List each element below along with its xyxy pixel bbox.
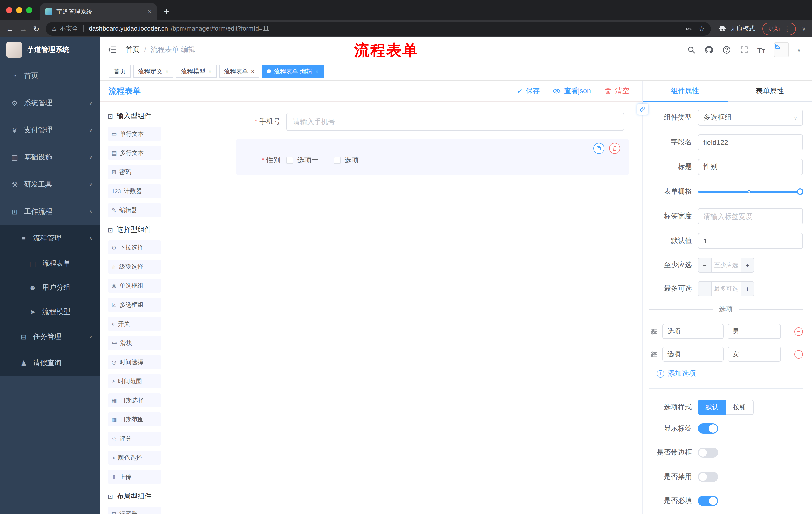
border-toggle[interactable] — [698, 448, 718, 458]
sidebar-item-user-group[interactable]: ☻ 用户分组 — [0, 276, 100, 300]
palette-item-editor[interactable]: ✎编辑器 — [108, 203, 161, 217]
palette-item-select[interactable]: ⊙下拉选择 — [108, 240, 161, 254]
view-json-button[interactable]: 查看json — [553, 86, 591, 96]
tag-process-form-edit-active[interactable]: 流程表单-编辑 × — [262, 65, 324, 78]
field-name-input[interactable] — [698, 134, 803, 151]
palette-item-date-range[interactable]: ▩日期范围 — [108, 412, 161, 427]
tag-close-icon[interactable]: × — [208, 69, 211, 74]
palette-item-multi-text[interactable]: ▤多行文本 — [108, 146, 161, 160]
browser-update-button[interactable]: 更新 ⋮ — [762, 22, 796, 35]
add-option-button[interactable]: + 添加选项 — [657, 369, 803, 378]
increment-button[interactable]: + — [741, 282, 754, 296]
toolbar-overflow-chevron[interactable]: ∨ — [802, 25, 806, 32]
password-key-icon[interactable] — [685, 25, 693, 32]
clear-button[interactable]: 清空 — [604, 86, 629, 96]
option-style-button[interactable]: 按钮 — [726, 400, 754, 415]
address-bar[interactable]: ⚠ 不安全 dashboard.yudao.iocoder.cn /bpm/ma… — [46, 22, 711, 35]
tab-component-props[interactable]: 组件属性 — [643, 81, 727, 101]
palette-item-row-container[interactable]: ⊞行容器 — [108, 507, 161, 514]
fullscreen-icon[interactable] — [740, 45, 749, 54]
palette-item-upload[interactable]: ⇧上传 — [108, 470, 161, 484]
sidebar-item-home[interactable]: ◔ 首页 — [0, 62, 100, 89]
default-value-input[interactable] — [698, 233, 803, 249]
avatar[interactable] — [774, 42, 789, 57]
tag-home[interactable]: 首页 — [109, 65, 130, 78]
checkbox-option-one[interactable]: 选项一 — [286, 156, 319, 165]
palette-item-rate[interactable]: ☆评分 — [108, 432, 161, 445]
save-button[interactable]: ✓ 保存 — [517, 86, 540, 96]
search-icon[interactable] — [687, 45, 696, 54]
tag-close-icon[interactable]: × — [251, 69, 255, 74]
tag-process-form[interactable]: 流程表单 × — [219, 65, 260, 78]
browser-menu-icon[interactable]: ⋮ — [784, 25, 790, 32]
sidebar-item-system[interactable]: ⚙ 系统管理 ∨ — [0, 89, 100, 117]
option-label-input[interactable] — [662, 347, 724, 361]
form-grid-slider[interactable] — [698, 184, 803, 200]
tab-form-props[interactable]: 表单属性 — [727, 81, 812, 101]
palette-item-switch[interactable]: ◐开关 — [108, 317, 161, 331]
security-label[interactable]: 不安全 — [60, 24, 78, 33]
component-type-select[interactable]: 多选框组 ∨ — [698, 110, 803, 126]
hamburger-fold-icon[interactable] — [108, 45, 118, 55]
palette-item-slider[interactable]: ⊷滑块 — [108, 336, 161, 350]
checkbox-option-two[interactable]: 选项二 — [334, 156, 366, 165]
sidebar-item-task-mgmt[interactable]: ⊟ 任务管理 ∨ — [0, 324, 100, 350]
palette-item-time-range[interactable]: ◔时间范围 — [108, 374, 161, 388]
palette-item-password[interactable]: ⊠密码 — [108, 165, 161, 179]
link-icon[interactable] — [637, 104, 648, 115]
title-input[interactable] — [698, 159, 803, 175]
copy-field-button[interactable] — [593, 143, 605, 154]
new-tab-button[interactable]: + — [164, 3, 169, 20]
font-size-icon[interactable]: TT — [757, 46, 765, 54]
palette-item-color-picker[interactable]: ◑颜色选择 — [108, 451, 161, 465]
option-value-input[interactable] — [728, 347, 781, 361]
bookmark-star-icon[interactable]: ☆ — [699, 25, 705, 33]
phone-input[interactable] — [286, 113, 624, 131]
palette-item-checkbox-group[interactable]: ☑多选框组 — [108, 298, 161, 312]
github-icon[interactable] — [705, 45, 714, 54]
disabled-toggle[interactable] — [698, 472, 718, 482]
remove-option-button[interactable]: − — [794, 327, 803, 336]
remove-option-button[interactable]: − — [794, 350, 803, 358]
option-style-default[interactable]: 默认 — [698, 400, 726, 415]
palette-item-date-picker[interactable]: ▦日期选择 — [108, 393, 161, 407]
sidebar-item-leave-query[interactable]: ♟ 请假查询 — [0, 350, 100, 376]
decrement-button[interactable]: − — [698, 282, 712, 296]
tag-close-icon[interactable]: × — [315, 69, 319, 74]
sidebar-item-infrastructure[interactable]: ▥ 基础设施 ∨ — [0, 144, 100, 171]
sidebar-item-payment[interactable]: ¥ 支付管理 ∨ — [0, 117, 100, 144]
minimize-window-button[interactable] — [16, 7, 22, 13]
option-drag-icon[interactable] — [650, 327, 658, 336]
increment-button[interactable]: + — [741, 258, 754, 272]
option-label-input[interactable] — [662, 324, 724, 339]
sidebar-item-workflow[interactable]: ⊞ 工作流程 ∧ — [0, 198, 100, 225]
close-window-button[interactable] — [6, 7, 12, 13]
browser-tab[interactable]: 芋道管理系统 × — [40, 3, 157, 20]
label-width-input[interactable] — [698, 208, 803, 224]
zoom-window-button[interactable] — [26, 7, 32, 13]
help-icon[interactable] — [722, 45, 731, 54]
palette-item-cascader[interactable]: ⋔级联选择 — [108, 260, 161, 274]
option-drag-icon[interactable] — [650, 350, 658, 358]
tag-process-model[interactable]: 流程模型 × — [176, 65, 216, 78]
breadcrumb-home-link[interactable]: 首页 — [126, 45, 140, 54]
forward-icon[interactable]: → — [20, 25, 27, 32]
canvas-field-phone[interactable]: 手机号 — [227, 113, 642, 131]
show-label-toggle[interactable] — [698, 424, 718, 434]
reload-icon[interactable]: ↻ — [33, 25, 39, 32]
avatar-caret-icon[interactable]: ∨ — [797, 47, 801, 53]
decrement-button[interactable]: − — [698, 258, 712, 272]
palette-item-time-picker[interactable]: ◷时间选择 — [108, 355, 161, 369]
tag-process-definition[interactable]: 流程定义 × — [133, 65, 174, 78]
delete-field-button[interactable] — [609, 143, 620, 154]
sidebar-item-process-model[interactable]: ➤ 流程模型 — [0, 300, 100, 324]
option-value-input[interactable] — [728, 324, 781, 339]
back-icon[interactable]: ← — [6, 25, 13, 32]
slider-knob[interactable] — [797, 188, 804, 195]
required-toggle[interactable] — [698, 496, 718, 506]
palette-item-single-text[interactable]: ▭单行文本 — [108, 127, 161, 141]
max-checked-input[interactable] — [712, 282, 741, 296]
canvas-field-gender-selected[interactable]: 性别 选项一 选项二 — [236, 139, 629, 175]
palette-item-radio-group[interactable]: ◉单选框组 — [108, 279, 161, 293]
min-checked-input[interactable] — [712, 258, 741, 272]
